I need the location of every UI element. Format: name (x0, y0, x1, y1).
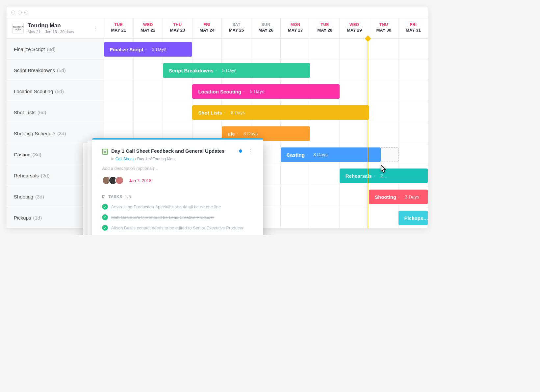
bar-duration: 2… (380, 173, 388, 178)
day-column[interactable]: THUMAY 30 (369, 18, 399, 38)
card-header: Day 1 Call Sheet Feedback and General Up… (102, 148, 253, 155)
app-window: TOURING MAN Touring Man May 21 – Jun 18 … (7, 7, 428, 228)
bar-label: ule (228, 131, 235, 137)
day-name: WED (340, 22, 369, 27)
check-done-icon[interactable]: ✓ (102, 214, 108, 220)
project-menu-icon[interactable]: ⋮ (92, 25, 98, 32)
project-logo: TOURING MAN (13, 23, 24, 34)
subtask-item[interactable]: ✓Matt Garrison's title should be Lead Cr… (102, 214, 253, 220)
day-column[interactable]: WEDMAY 22 (134, 18, 163, 38)
bar-label: Finalize Script (110, 47, 143, 52)
task-duration-label: (5d) (57, 67, 66, 73)
task-duration-label: (1d) (33, 215, 42, 221)
day-column[interactable]: THUMAY 23 (163, 18, 193, 38)
calendar-header: TUEMAY 21WEDMAY 22THUMAY 23FRIMAY 24SATM… (104, 18, 428, 38)
task-duration-label: (3d) (35, 194, 44, 199)
header-row: TOURING MAN Touring Man May 21 – Jun 18 … (7, 18, 428, 39)
check-done-icon[interactable]: ✓ (102, 225, 108, 231)
assignees-row: Jan 7, 2018 (102, 176, 253, 185)
day-column[interactable]: WEDMAY 29 (340, 18, 369, 38)
day-column[interactable]: TUEMAY 21 (104, 18, 134, 38)
status-dot-icon[interactable] (239, 149, 242, 153)
detail-card-stack: Day 1 Call Sheet Feedback and General Up… (92, 138, 263, 235)
due-date[interactable]: Jan 7, 2018 (129, 178, 151, 183)
project-info: Touring Man May 21 – Jun 18 · 30 days (28, 22, 89, 34)
day-date: MAY 23 (163, 28, 192, 33)
day-column[interactable]: MONMAY 27 (281, 18, 310, 38)
breadcrumb: in Call Sheet › Day 1 of Touring Man (111, 157, 253, 161)
task-label: Shooting (14, 194, 33, 199)
subtask-text: Alison Beal's contact needs to be edited… (111, 225, 244, 230)
bar-label: Script Breakdowns (169, 68, 214, 73)
day-date: MAY 31 (399, 28, 428, 33)
gantt-bar[interactable]: Shot Lists·6 Days (192, 105, 369, 120)
task-label-row[interactable]: Location Scouting (5d) (7, 81, 104, 102)
bar-label: Casting (287, 152, 305, 158)
day-date: MAY 22 (134, 28, 163, 33)
task-duration-label: (5d) (55, 89, 64, 94)
task-label: Pickups (14, 215, 31, 221)
window-controls[interactable] (11, 11, 28, 14)
checklist-icon: ☑ (102, 195, 106, 199)
gantt-bar[interactable]: Casting·3 Days (281, 147, 381, 162)
gantt-row: Shot Lists·6 Days (104, 102, 428, 123)
subtask-text: Advertising Production Specialist should… (111, 204, 221, 209)
subtask-item[interactable]: ✓Alison Beal's contact needs to be edite… (102, 225, 253, 231)
task-label: Shooting Schedule (14, 131, 55, 136)
day-date: MAY 25 (222, 28, 251, 33)
breadcrumb-link[interactable]: Call Sheet (116, 157, 134, 161)
check-done-icon[interactable]: ✓ (102, 204, 108, 210)
day-column[interactable]: SATMAY 25 (222, 18, 251, 38)
card-menu-icon[interactable]: ⋮ (248, 148, 253, 154)
task-duration-label: (3d) (57, 131, 66, 136)
day-column[interactable]: SUNMAY 26 (251, 18, 281, 38)
description-input[interactable]: Add a description (optional)… (102, 166, 253, 171)
day-name: WED (134, 22, 163, 27)
gantt-row: Finalize Script·3 Days (104, 39, 428, 60)
task-label: Script Breakdowns (14, 67, 55, 73)
task-label-row[interactable]: Finalize Script (3d) (7, 39, 104, 60)
day-column[interactable]: FRIMAY 31 (399, 18, 428, 38)
day-column[interactable]: FRIMAY 24 (193, 18, 222, 38)
avatar[interactable] (115, 176, 124, 185)
gantt-bar[interactable]: Script Breakdowns·5 Days (163, 63, 310, 78)
subtask-item[interactable]: ✓Advertising Production Specialist shoul… (102, 204, 253, 210)
gantt-row: Location Scouting·5 Days (104, 81, 428, 102)
gantt-bar[interactable]: Pickups… (399, 211, 428, 225)
today-indicator (368, 39, 368, 228)
day-name: THU (369, 22, 399, 27)
tasks-section-header: ☑ TASKS 1/5 (102, 195, 253, 199)
day-date: MAY 27 (281, 28, 310, 33)
day-name: MON (281, 22, 310, 27)
day-date: MAY 24 (193, 28, 222, 33)
day-name: SUN (251, 22, 281, 27)
day-name: FRI (399, 22, 428, 27)
bar-label: Shot Lists (198, 110, 222, 116)
task-label: Shot Lists (14, 110, 36, 115)
subtask-text: Matt Garrison's title should be Lead Cre… (111, 215, 214, 220)
window-titlebar (7, 7, 428, 18)
task-duration-label: (2d) (41, 173, 50, 178)
gantt-bar[interactable]: Rehearsals·2… (340, 169, 428, 183)
day-column[interactable]: TUEMAY 28 (310, 18, 340, 38)
bar-label: Pickups… (404, 215, 428, 221)
bar-duration: 3 Days (313, 152, 328, 157)
task-detail-card[interactable]: Day 1 Call Sheet Feedback and General Up… (92, 138, 263, 235)
bar-duration: 3 Days (244, 131, 258, 136)
task-label-row[interactable]: Script Breakdowns (5d) (7, 60, 104, 81)
day-name: THU (163, 22, 192, 27)
bar-duration: 3 Days (405, 194, 419, 199)
gantt-bar[interactable]: Location Scouting·5 Days (192, 84, 339, 99)
project-cell[interactable]: TOURING MAN Touring Man May 21 – Jun 18 … (7, 18, 104, 38)
gantt-bar[interactable]: Finalize Script·3 Days (104, 42, 192, 57)
gantt-bar[interactable]: Shooting·3 Days (369, 190, 428, 204)
day-name: TUE (104, 22, 133, 27)
bar-duration: 6 Days (231, 110, 245, 115)
gantt-row: Script Breakdowns·5 Days (104, 60, 428, 81)
bar-duration: 5 Days (250, 89, 264, 94)
bar-label: Location Scouting (198, 89, 241, 94)
task-label-row[interactable]: Shot Lists (6d) (7, 102, 104, 123)
day-name: TUE (310, 22, 340, 27)
day-date: MAY 21 (104, 28, 133, 33)
card-title: Day 1 Call Sheet Feedback and General Up… (111, 148, 236, 154)
